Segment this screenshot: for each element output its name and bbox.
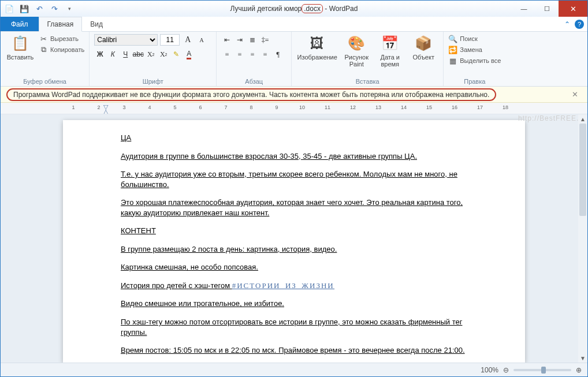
doc-paragraph[interactable]: Т.е. у нас аудитория уже со вторым, трет…: [121, 169, 467, 189]
warning-close-button[interactable]: ✕: [568, 90, 582, 99]
undo-icon[interactable]: ↶: [34, 3, 44, 14]
file-tab[interactable]: Файл: [1, 17, 39, 31]
cut-button[interactable]: ✂Вырезать: [39, 34, 84, 43]
qat-dropdown-icon[interactable]: ▾: [64, 3, 75, 14]
doc-paragraph[interactable]: Видео смешное или трогательное, не избит…: [121, 298, 467, 309]
document-area: http://BestFREE.ru ЦА Аудитория в группе…: [1, 114, 587, 363]
doc-paragraph[interactable]: ЦА: [121, 133, 467, 143]
doc-paragraph[interactable]: Аудитория в группе в большинстве взросла…: [121, 151, 467, 162]
close-button[interactable]: ✕: [559, 1, 587, 17]
insert-image-button[interactable]: 🖼Изображение: [296, 34, 338, 61]
bold-button[interactable]: Ж: [94, 48, 106, 60]
minimize-button[interactable]: —: [512, 1, 535, 17]
replace-button[interactable]: 🔁Замена: [448, 45, 501, 54]
bullets-button[interactable]: ≣: [247, 34, 258, 46]
find-button[interactable]: 🔍Поиск: [448, 34, 501, 43]
decrease-indent-button[interactable]: ⇤: [221, 34, 233, 46]
increase-indent-button[interactable]: ⇥: [234, 34, 245, 46]
insert-datetime-label: Дата и время: [375, 54, 405, 68]
superscript-button[interactable]: X2: [158, 48, 169, 60]
insert-image-label: Изображение: [297, 54, 337, 61]
highlight-button[interactable]: ✎: [170, 48, 182, 60]
select-all-icon: ▦: [448, 56, 457, 65]
page[interactable]: http://BestFREE.ru ЦА Аудитория в группе…: [63, 120, 525, 363]
ribbon-collapse[interactable]: ⌃: [560, 17, 575, 31]
italic-button[interactable]: К: [107, 48, 118, 60]
font-group-label: Шрифт: [94, 77, 211, 85]
ruler[interactable]: ▽ △ 123456789101112131415161718: [1, 103, 587, 114]
shrink-font-button[interactable]: A: [196, 34, 207, 46]
redo-icon[interactable]: ↷: [49, 3, 59, 14]
paragraph-group: ⇤ ⇥ ≣ ‡≡ ≡ ≡ ≡ ≡ ¶ Абзац: [217, 32, 292, 86]
doc-paragraph[interactable]: История про детей с хэш-тегом #ИСТОРИИ_И…: [121, 281, 467, 291]
copy-label: Копировать: [50, 46, 84, 53]
zoom-slider[interactable]: [513, 369, 571, 371]
zoom-in-button[interactable]: ⊕: [576, 366, 582, 374]
font-color-button[interactable]: A: [183, 48, 195, 60]
insert-object-label: Объект: [413, 54, 434, 61]
scroll-up-button[interactable]: ▲: [578, 114, 587, 124]
insert-paint-button[interactable]: 🎨Рисунок Paint: [341, 34, 371, 68]
paste-button[interactable]: 📋 Вставить: [5, 34, 35, 61]
paragraph-group-label: Абзац: [221, 77, 286, 85]
doc-paragraph[interactable]: В группе размещаю 2 поста в день: картин…: [121, 244, 467, 255]
line-spacing-button[interactable]: ‡≡: [259, 34, 271, 46]
insert-group-label: Вставка: [296, 77, 438, 85]
editing-group: 🔍Поиск 🔁Замена ▦Выделить все Правка: [444, 32, 505, 86]
replace-icon: 🔁: [448, 45, 457, 54]
doc-paragraph[interactable]: Это хорошая платежеспособная аудитория, …: [121, 197, 467, 218]
insert-group: 🖼Изображение 🎨Рисунок Paint 📅Дата и врем…: [292, 32, 444, 86]
select-all-label: Выделить все: [460, 57, 501, 64]
align-center-button[interactable]: ≡: [234, 48, 245, 60]
align-right-button[interactable]: ≡: [247, 48, 258, 60]
subscript-button[interactable]: X2: [145, 48, 157, 60]
strikethrough-button[interactable]: abc: [132, 48, 144, 60]
save-icon[interactable]: 💾: [19, 3, 29, 14]
ribbon: 📋 Вставить ✂Вырезать ⧉Копировать Буфер о…: [1, 32, 587, 87]
doc-paragraph[interactable]: КОНТЕНТ: [121, 226, 467, 236]
zoom-level: 100%: [481, 366, 498, 374]
doc-paragraph[interactable]: Время постов: 15:05 по мск и в 22:05 по …: [121, 345, 467, 356]
scroll-thumb[interactable]: [579, 124, 586, 216]
doc-paragraph[interactable]: Картинка смешная, не особо попсовая.: [121, 262, 467, 273]
title-suffix: - WordPad: [323, 5, 358, 13]
warning-text: Программа WordPad поддерживает не все фу…: [6, 88, 496, 101]
font-group: Calibri A A Ж К Ч abc X2 X2 ✎ A Шрифт: [90, 32, 217, 86]
justify-button[interactable]: ≡: [259, 48, 271, 60]
vertical-scrollbar[interactable]: ▲ ▼: [578, 114, 587, 363]
doc-text: История про детей с хэш-тегом: [121, 281, 232, 290]
maximize-button[interactable]: ☐: [535, 1, 559, 17]
window-title: Лучший детский юмор.docx - WordPad: [1, 5, 587, 13]
status-bar: 100% ⊖ ⊕: [1, 363, 587, 376]
cut-label: Вырезать: [50, 35, 79, 42]
quick-access-toolbar: 📄 💾 ↶ ↷ ▾: [1, 3, 75, 14]
paint-icon: 🎨: [347, 34, 366, 53]
zoom-out-button[interactable]: ⊖: [503, 366, 509, 374]
paragraph-dialog-button[interactable]: ¶: [272, 48, 284, 60]
underline-button[interactable]: Ч: [120, 48, 131, 60]
home-tab[interactable]: Главная: [39, 17, 83, 32]
cut-icon: ✂: [39, 34, 48, 43]
scroll-down-button[interactable]: ▼: [578, 353, 587, 363]
clipboard-group-label: Буфер обмена: [5, 77, 84, 85]
title-prefix: Лучший детский юмор: [230, 5, 302, 13]
replace-label: Замена: [460, 46, 482, 53]
clipboard-group: 📋 Вставить ✂Вырезать ⧉Копировать Буфер о…: [1, 32, 90, 86]
font-family-select[interactable]: Calibri: [94, 34, 158, 46]
grow-font-button[interactable]: A: [182, 34, 193, 46]
view-tab[interactable]: Вид: [82, 17, 111, 31]
insert-datetime-button[interactable]: 📅Дата и время: [375, 34, 405, 68]
copy-button[interactable]: ⧉Копировать: [39, 45, 84, 54]
hanging-indent-marker[interactable]: △: [103, 108, 108, 114]
find-label: Поиск: [460, 35, 477, 42]
paste-label: Вставить: [7, 54, 34, 61]
select-all-button[interactable]: ▦Выделить все: [448, 56, 501, 65]
app-icon: 📄: [4, 3, 14, 14]
font-size-input[interactable]: [160, 34, 180, 46]
help-button[interactable]: ?: [575, 20, 584, 29]
insert-object-button[interactable]: 📦Объект: [408, 34, 438, 61]
align-left-button[interactable]: ≡: [221, 48, 233, 60]
zoom-slider-thumb[interactable]: [541, 367, 546, 374]
doc-paragraph[interactable]: По хэш-тегу можно потом отсортировать вс…: [121, 317, 467, 337]
search-icon: 🔍: [448, 34, 457, 43]
